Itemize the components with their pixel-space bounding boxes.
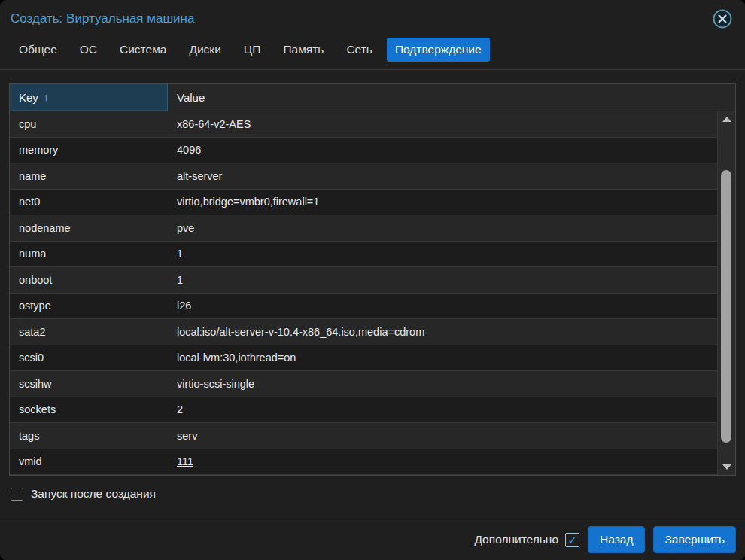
row-key-cell: numa (10, 242, 168, 267)
row-key-cell: cpu (10, 111, 168, 137)
start-after-create-label: Запуск после создания (31, 487, 156, 501)
table-row[interactable]: cpux86-64-v2-AES (10, 111, 735, 138)
table-row[interactable]: sata2local:iso/alt-server-v-10.4-x86_64.… (10, 319, 735, 345)
row-key-cell: onboot (10, 267, 168, 293)
row-value-cell: virtio-scsi-single (168, 371, 735, 397)
column-header-key-label: Key (19, 91, 38, 104)
close-button[interactable] (712, 8, 733, 29)
row-value-cell: 1 (168, 267, 735, 293)
column-header-value-label: Value (177, 91, 205, 104)
row-key-cell: sockets (10, 397, 168, 423)
table-row[interactable]: scsi0local-lvm:30,iothread=on (10, 345, 735, 372)
row-value-cell: 111 (168, 449, 735, 475)
vertical-scrollbar[interactable] (717, 111, 735, 475)
row-key-cell: memory (10, 138, 168, 163)
scrollbar-thumb[interactable] (721, 170, 731, 443)
row-key-cell: vmid (10, 449, 168, 475)
tab-bar: ОбщееОССистемаДискиЦППамятьСетьПодтвержд… (0, 31, 745, 70)
tab-network[interactable]: Сеть (338, 38, 380, 62)
table-row[interactable]: scsihwvirtio-scsi-single (10, 371, 735, 397)
table-row[interactable]: onboot1 (10, 267, 735, 294)
table-row[interactable]: net0virtio,bridge=vmbr0,firewall=1 (10, 190, 735, 216)
row-value-cell: serv (168, 423, 735, 449)
advanced-label: Дополнительно (474, 533, 558, 546)
tab-disks[interactable]: Диски (181, 38, 229, 62)
tab-cpu[interactable]: ЦП (236, 38, 269, 62)
table-row[interactable]: vmid111 (10, 449, 735, 476)
footer-bar: Дополнительно ✓ Назад Завершить (0, 519, 745, 560)
tab-os[interactable]: ОС (71, 38, 105, 62)
finish-button[interactable]: Завершить (653, 526, 736, 553)
row-value-cell: 1 (168, 242, 735, 267)
table-body: cpux86-64-v2-AESmemory4096namealt-server… (10, 111, 735, 475)
row-key-cell: ostype (10, 294, 168, 319)
advanced-checkbox[interactable]: ✓ (565, 533, 579, 547)
row-value-cell: l26 (168, 294, 735, 319)
row-value-cell: x86-64-v2-AES (168, 111, 735, 137)
scroll-up-icon[interactable] (722, 117, 731, 122)
column-header-key[interactable]: Key ↑ (10, 84, 168, 111)
table-header-row: Key ↑ Value (10, 84, 735, 111)
tab-confirm[interactable]: Подтверждение (387, 38, 490, 62)
row-value-cell: 2 (168, 397, 735, 423)
close-icon (712, 19, 733, 32)
table-row[interactable]: memory4096 (10, 138, 735, 164)
row-key-cell: scsihw (10, 371, 168, 397)
row-key-cell: sata2 (10, 319, 168, 345)
row-value-cell: virtio,bridge=vmbr0,firewall=1 (168, 190, 735, 215)
titlebar: Создать: Виртуальная машина (0, 0, 745, 31)
table-row[interactable]: numa1 (10, 242, 735, 268)
row-value-cell: 4096 (168, 138, 735, 163)
table-row[interactable]: tagsserv (10, 423, 735, 449)
back-button[interactable]: Назад (588, 526, 645, 553)
row-value-cell: local:iso/alt-server-v-10.4-x86_64.iso,m… (168, 319, 735, 345)
row-key-cell: tags (10, 423, 168, 449)
row-key-cell: scsi0 (10, 345, 168, 371)
row-value-cell: pve (168, 215, 735, 241)
start-after-create-checkbox[interactable] (11, 488, 23, 501)
summary-table: Key ↑ Value cpux86-64-v2-AESmemory4096na… (9, 83, 736, 476)
table-row[interactable]: ostypel26 (10, 294, 735, 320)
checkmark-icon: ✓ (567, 534, 577, 546)
row-value-cell: alt-server (168, 163, 735, 189)
row-key-cell: name (10, 163, 168, 189)
tab-memory[interactable]: Память (275, 38, 332, 62)
row-key-cell: net0 (10, 190, 168, 215)
dialog-title: Создать: Виртуальная машина (11, 11, 194, 26)
column-header-value[interactable]: Value (168, 84, 735, 111)
row-key-cell: nodename (10, 215, 168, 241)
row-value-cell: local-lvm:30,iothread=on (168, 345, 735, 371)
sort-ascending-icon: ↑ (44, 91, 49, 103)
tab-general[interactable]: Общее (11, 38, 65, 62)
start-after-create-row: Запуск после создания (0, 476, 745, 501)
tab-system[interactable]: Система (111, 38, 175, 62)
scroll-down-icon[interactable] (722, 464, 731, 470)
create-vm-dialog: Создать: Виртуальная машина ОбщееОССисте… (0, 0, 745, 560)
table-row[interactable]: nodenamepve (10, 215, 735, 242)
table-row[interactable]: namealt-server (10, 163, 735, 190)
table-row[interactable]: sockets2 (10, 397, 735, 424)
